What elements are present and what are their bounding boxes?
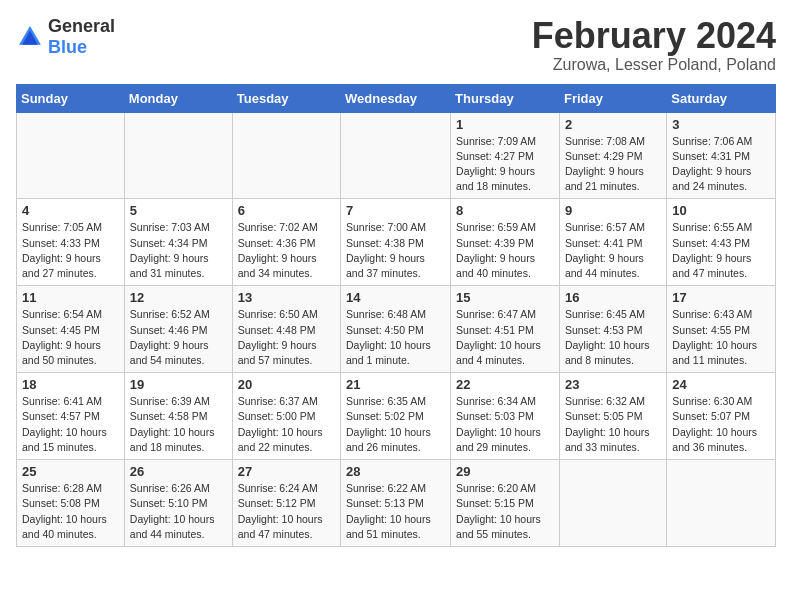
calendar-cell: 27Sunrise: 6:24 AM Sunset: 5:12 PM Dayli… xyxy=(232,460,340,547)
calendar-cell: 8Sunrise: 6:59 AM Sunset: 4:39 PM Daylig… xyxy=(451,199,560,286)
day-number: 1 xyxy=(456,117,554,132)
calendar-cell xyxy=(559,460,666,547)
logo-icon xyxy=(16,23,44,51)
calendar-cell: 23Sunrise: 6:32 AM Sunset: 5:05 PM Dayli… xyxy=(559,373,666,460)
day-number: 7 xyxy=(346,203,445,218)
calendar-cell: 5Sunrise: 7:03 AM Sunset: 4:34 PM Daylig… xyxy=(124,199,232,286)
day-info: Sunrise: 7:09 AM Sunset: 4:27 PM Dayligh… xyxy=(456,134,554,195)
calendar-cell: 29Sunrise: 6:20 AM Sunset: 5:15 PM Dayli… xyxy=(451,460,560,547)
day-number: 20 xyxy=(238,377,335,392)
calendar-week-row: 11Sunrise: 6:54 AM Sunset: 4:45 PM Dayli… xyxy=(17,286,776,373)
calendar-cell: 10Sunrise: 6:55 AM Sunset: 4:43 PM Dayli… xyxy=(667,199,776,286)
day-number: 15 xyxy=(456,290,554,305)
header-cell-friday: Friday xyxy=(559,84,666,112)
day-number: 23 xyxy=(565,377,661,392)
day-number: 24 xyxy=(672,377,770,392)
calendar-cell: 16Sunrise: 6:45 AM Sunset: 4:53 PM Dayli… xyxy=(559,286,666,373)
day-info: Sunrise: 6:52 AM Sunset: 4:46 PM Dayligh… xyxy=(130,307,227,368)
calendar-cell: 21Sunrise: 6:35 AM Sunset: 5:02 PM Dayli… xyxy=(341,373,451,460)
day-number: 18 xyxy=(22,377,119,392)
day-info: Sunrise: 6:37 AM Sunset: 5:00 PM Dayligh… xyxy=(238,394,335,455)
day-info: Sunrise: 6:45 AM Sunset: 4:53 PM Dayligh… xyxy=(565,307,661,368)
calendar-cell: 4Sunrise: 7:05 AM Sunset: 4:33 PM Daylig… xyxy=(17,199,125,286)
calendar-cell: 18Sunrise: 6:41 AM Sunset: 4:57 PM Dayli… xyxy=(17,373,125,460)
day-number: 5 xyxy=(130,203,227,218)
header-cell-monday: Monday xyxy=(124,84,232,112)
calendar-cell xyxy=(341,112,451,199)
calendar-title: February 2024 xyxy=(532,16,776,56)
day-info: Sunrise: 7:02 AM Sunset: 4:36 PM Dayligh… xyxy=(238,220,335,281)
calendar-cell: 26Sunrise: 6:26 AM Sunset: 5:10 PM Dayli… xyxy=(124,460,232,547)
title-block: February 2024 Zurowa, Lesser Poland, Pol… xyxy=(532,16,776,74)
day-info: Sunrise: 7:08 AM Sunset: 4:29 PM Dayligh… xyxy=(565,134,661,195)
header-cell-wednesday: Wednesday xyxy=(341,84,451,112)
calendar-header-row: SundayMondayTuesdayWednesdayThursdayFrid… xyxy=(17,84,776,112)
day-info: Sunrise: 6:43 AM Sunset: 4:55 PM Dayligh… xyxy=(672,307,770,368)
day-info: Sunrise: 7:06 AM Sunset: 4:31 PM Dayligh… xyxy=(672,134,770,195)
calendar-cell: 13Sunrise: 6:50 AM Sunset: 4:48 PM Dayli… xyxy=(232,286,340,373)
calendar-cell: 11Sunrise: 6:54 AM Sunset: 4:45 PM Dayli… xyxy=(17,286,125,373)
day-info: Sunrise: 6:55 AM Sunset: 4:43 PM Dayligh… xyxy=(672,220,770,281)
logo-blue: Blue xyxy=(48,37,87,57)
calendar-week-row: 25Sunrise: 6:28 AM Sunset: 5:08 PM Dayli… xyxy=(17,460,776,547)
day-number: 28 xyxy=(346,464,445,479)
calendar-cell: 20Sunrise: 6:37 AM Sunset: 5:00 PM Dayli… xyxy=(232,373,340,460)
calendar-cell xyxy=(124,112,232,199)
day-number: 16 xyxy=(565,290,661,305)
day-number: 3 xyxy=(672,117,770,132)
header-cell-thursday: Thursday xyxy=(451,84,560,112)
day-info: Sunrise: 6:32 AM Sunset: 5:05 PM Dayligh… xyxy=(565,394,661,455)
day-info: Sunrise: 6:24 AM Sunset: 5:12 PM Dayligh… xyxy=(238,481,335,542)
page-header: General Blue February 2024 Zurowa, Lesse… xyxy=(16,16,776,74)
calendar-week-row: 4Sunrise: 7:05 AM Sunset: 4:33 PM Daylig… xyxy=(17,199,776,286)
day-number: 9 xyxy=(565,203,661,218)
calendar-table: SundayMondayTuesdayWednesdayThursdayFrid… xyxy=(16,84,776,547)
logo: General Blue xyxy=(16,16,115,58)
day-number: 19 xyxy=(130,377,227,392)
day-number: 14 xyxy=(346,290,445,305)
calendar-cell: 6Sunrise: 7:02 AM Sunset: 4:36 PM Daylig… xyxy=(232,199,340,286)
calendar-cell: 9Sunrise: 6:57 AM Sunset: 4:41 PM Daylig… xyxy=(559,199,666,286)
calendar-cell: 19Sunrise: 6:39 AM Sunset: 4:58 PM Dayli… xyxy=(124,373,232,460)
logo-general: General xyxy=(48,16,115,36)
day-info: Sunrise: 6:54 AM Sunset: 4:45 PM Dayligh… xyxy=(22,307,119,368)
day-number: 8 xyxy=(456,203,554,218)
day-number: 10 xyxy=(672,203,770,218)
day-number: 21 xyxy=(346,377,445,392)
day-number: 11 xyxy=(22,290,119,305)
calendar-cell: 7Sunrise: 7:00 AM Sunset: 4:38 PM Daylig… xyxy=(341,199,451,286)
calendar-cell: 24Sunrise: 6:30 AM Sunset: 5:07 PM Dayli… xyxy=(667,373,776,460)
day-info: Sunrise: 6:39 AM Sunset: 4:58 PM Dayligh… xyxy=(130,394,227,455)
calendar-week-row: 18Sunrise: 6:41 AM Sunset: 4:57 PM Dayli… xyxy=(17,373,776,460)
calendar-cell: 2Sunrise: 7:08 AM Sunset: 4:29 PM Daylig… xyxy=(559,112,666,199)
header-cell-sunday: Sunday xyxy=(17,84,125,112)
day-info: Sunrise: 6:26 AM Sunset: 5:10 PM Dayligh… xyxy=(130,481,227,542)
day-number: 2 xyxy=(565,117,661,132)
day-number: 22 xyxy=(456,377,554,392)
day-info: Sunrise: 6:59 AM Sunset: 4:39 PM Dayligh… xyxy=(456,220,554,281)
day-number: 4 xyxy=(22,203,119,218)
header-cell-saturday: Saturday xyxy=(667,84,776,112)
calendar-cell: 15Sunrise: 6:47 AM Sunset: 4:51 PM Dayli… xyxy=(451,286,560,373)
calendar-cell: 28Sunrise: 6:22 AM Sunset: 5:13 PM Dayli… xyxy=(341,460,451,547)
day-info: Sunrise: 6:50 AM Sunset: 4:48 PM Dayligh… xyxy=(238,307,335,368)
calendar-cell xyxy=(232,112,340,199)
day-info: Sunrise: 6:22 AM Sunset: 5:13 PM Dayligh… xyxy=(346,481,445,542)
day-number: 27 xyxy=(238,464,335,479)
calendar-cell: 12Sunrise: 6:52 AM Sunset: 4:46 PM Dayli… xyxy=(124,286,232,373)
day-info: Sunrise: 7:05 AM Sunset: 4:33 PM Dayligh… xyxy=(22,220,119,281)
day-number: 29 xyxy=(456,464,554,479)
day-info: Sunrise: 6:48 AM Sunset: 4:50 PM Dayligh… xyxy=(346,307,445,368)
calendar-body: 1Sunrise: 7:09 AM Sunset: 4:27 PM Daylig… xyxy=(17,112,776,546)
calendar-week-row: 1Sunrise: 7:09 AM Sunset: 4:27 PM Daylig… xyxy=(17,112,776,199)
calendar-cell: 14Sunrise: 6:48 AM Sunset: 4:50 PM Dayli… xyxy=(341,286,451,373)
day-info: Sunrise: 6:34 AM Sunset: 5:03 PM Dayligh… xyxy=(456,394,554,455)
day-info: Sunrise: 6:30 AM Sunset: 5:07 PM Dayligh… xyxy=(672,394,770,455)
day-number: 25 xyxy=(22,464,119,479)
calendar-cell xyxy=(667,460,776,547)
day-number: 12 xyxy=(130,290,227,305)
day-number: 13 xyxy=(238,290,335,305)
day-number: 26 xyxy=(130,464,227,479)
calendar-cell: 3Sunrise: 7:06 AM Sunset: 4:31 PM Daylig… xyxy=(667,112,776,199)
calendar-cell: 1Sunrise: 7:09 AM Sunset: 4:27 PM Daylig… xyxy=(451,112,560,199)
